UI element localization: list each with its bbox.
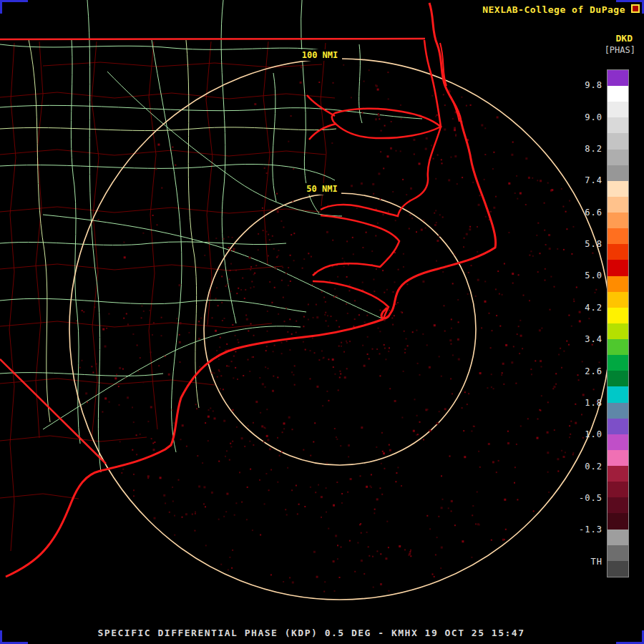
nexlab-logo-icon [631,4,640,13]
coast-outer-banks [381,3,495,318]
radar-display: 100 NMI 50 NMI NEXLAB-College of DuPage … [0,0,644,644]
coastline [6,3,496,577]
range-ring-label-100: 100 NMI [302,50,338,60]
coast-pamlico-neuse [313,127,441,319]
radar-map: 100 NMI 50 NMI [0,0,644,644]
range-ring-label-50: 50 NMI [306,184,337,194]
product-caption: SPECIFIC DIFFERENTIAL PHASE (KDP) 0.5 DE… [0,628,623,638]
county-lines [0,42,335,551]
range-ring-100nmi [69,59,610,600]
colorbar [607,69,629,577]
state-borders [0,39,425,464]
range-ring-labels: 100 NMI 50 NMI [298,49,342,195]
coast-currituck-shore [424,40,441,127]
coast-albemarle-sound [307,95,441,140]
roads-layer-light [0,39,336,422]
range-rings [69,59,610,600]
coast-southern-shore [6,319,384,577]
roads-layer [0,0,422,472]
frame-corner-top-left [0,0,28,14]
colorbar-units-label: [PHAS] [605,45,635,55]
credit-text: NEXLAB-College of DuPage [482,4,625,15]
colorbar-product-label: DKD [616,33,633,44]
